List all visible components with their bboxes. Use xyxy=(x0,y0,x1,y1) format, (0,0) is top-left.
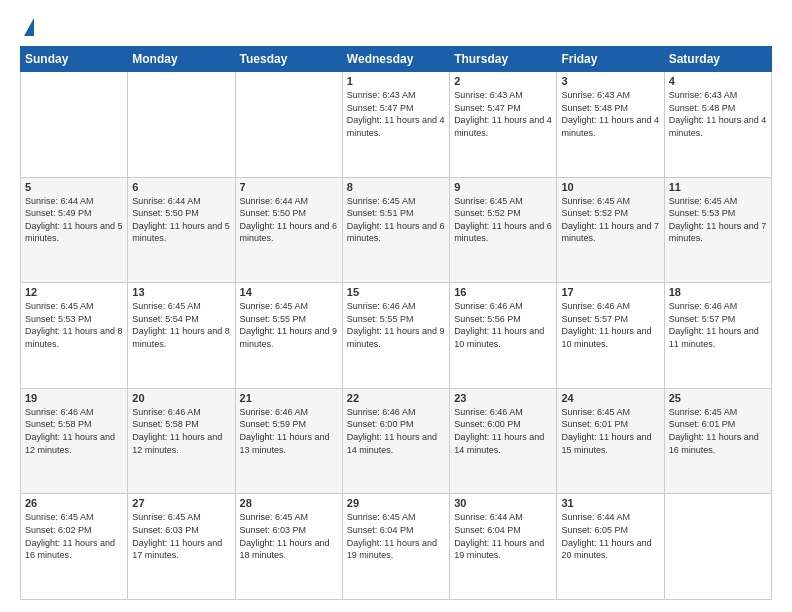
day-info: Sunrise: 6:44 AMSunset: 6:05 PMDaylight:… xyxy=(561,511,659,561)
calendar-cell: 13Sunrise: 6:45 AMSunset: 5:54 PMDayligh… xyxy=(128,283,235,389)
calendar-week-row: 12Sunrise: 6:45 AMSunset: 5:53 PMDayligh… xyxy=(21,283,772,389)
header xyxy=(20,16,772,36)
weekday-header-tuesday: Tuesday xyxy=(235,47,342,72)
calendar-cell: 10Sunrise: 6:45 AMSunset: 5:52 PMDayligh… xyxy=(557,177,664,283)
day-info: Sunrise: 6:45 AMSunset: 6:03 PMDaylight:… xyxy=(240,511,338,561)
day-number: 29 xyxy=(347,497,445,509)
calendar: SundayMondayTuesdayWednesdayThursdayFrid… xyxy=(20,46,772,600)
calendar-cell: 25Sunrise: 6:45 AMSunset: 6:01 PMDayligh… xyxy=(664,388,771,494)
day-number: 27 xyxy=(132,497,230,509)
calendar-cell: 31Sunrise: 6:44 AMSunset: 6:05 PMDayligh… xyxy=(557,494,664,600)
day-number: 24 xyxy=(561,392,659,404)
calendar-cell: 15Sunrise: 6:46 AMSunset: 5:55 PMDayligh… xyxy=(342,283,449,389)
day-info: Sunrise: 6:46 AMSunset: 5:59 PMDaylight:… xyxy=(240,406,338,456)
day-info: Sunrise: 6:43 AMSunset: 5:47 PMDaylight:… xyxy=(454,89,552,139)
calendar-cell: 5Sunrise: 6:44 AMSunset: 5:49 PMDaylight… xyxy=(21,177,128,283)
day-info: Sunrise: 6:45 AMSunset: 5:52 PMDaylight:… xyxy=(561,195,659,245)
day-number: 30 xyxy=(454,497,552,509)
calendar-cell: 14Sunrise: 6:45 AMSunset: 5:55 PMDayligh… xyxy=(235,283,342,389)
day-info: Sunrise: 6:44 AMSunset: 6:04 PMDaylight:… xyxy=(454,511,552,561)
day-info: Sunrise: 6:43 AMSunset: 5:48 PMDaylight:… xyxy=(561,89,659,139)
day-number: 11 xyxy=(669,181,767,193)
day-info: Sunrise: 6:46 AMSunset: 5:57 PMDaylight:… xyxy=(561,300,659,350)
calendar-cell: 9Sunrise: 6:45 AMSunset: 5:52 PMDaylight… xyxy=(450,177,557,283)
calendar-cell: 27Sunrise: 6:45 AMSunset: 6:03 PMDayligh… xyxy=(128,494,235,600)
day-number: 9 xyxy=(454,181,552,193)
day-number: 16 xyxy=(454,286,552,298)
weekday-header-row: SundayMondayTuesdayWednesdayThursdayFrid… xyxy=(21,47,772,72)
calendar-cell: 24Sunrise: 6:45 AMSunset: 6:01 PMDayligh… xyxy=(557,388,664,494)
day-info: Sunrise: 6:44 AMSunset: 5:50 PMDaylight:… xyxy=(240,195,338,245)
day-info: Sunrise: 6:45 AMSunset: 5:53 PMDaylight:… xyxy=(669,195,767,245)
day-info: Sunrise: 6:46 AMSunset: 5:58 PMDaylight:… xyxy=(25,406,123,456)
day-number: 17 xyxy=(561,286,659,298)
day-number: 3 xyxy=(561,75,659,87)
day-number: 22 xyxy=(347,392,445,404)
day-number: 15 xyxy=(347,286,445,298)
calendar-cell: 3Sunrise: 6:43 AMSunset: 5:48 PMDaylight… xyxy=(557,72,664,178)
day-number: 4 xyxy=(669,75,767,87)
day-info: Sunrise: 6:46 AMSunset: 6:00 PMDaylight:… xyxy=(347,406,445,456)
weekday-header-saturday: Saturday xyxy=(664,47,771,72)
day-number: 23 xyxy=(454,392,552,404)
day-info: Sunrise: 6:45 AMSunset: 6:01 PMDaylight:… xyxy=(561,406,659,456)
calendar-cell: 8Sunrise: 6:45 AMSunset: 5:51 PMDaylight… xyxy=(342,177,449,283)
calendar-week-row: 19Sunrise: 6:46 AMSunset: 5:58 PMDayligh… xyxy=(21,388,772,494)
day-info: Sunrise: 6:46 AMSunset: 5:55 PMDaylight:… xyxy=(347,300,445,350)
day-info: Sunrise: 6:45 AMSunset: 6:01 PMDaylight:… xyxy=(669,406,767,456)
day-number: 13 xyxy=(132,286,230,298)
day-number: 14 xyxy=(240,286,338,298)
day-info: Sunrise: 6:43 AMSunset: 5:47 PMDaylight:… xyxy=(347,89,445,139)
day-number: 12 xyxy=(25,286,123,298)
calendar-cell: 4Sunrise: 6:43 AMSunset: 5:48 PMDaylight… xyxy=(664,72,771,178)
calendar-cell: 12Sunrise: 6:45 AMSunset: 5:53 PMDayligh… xyxy=(21,283,128,389)
day-info: Sunrise: 6:45 AMSunset: 5:53 PMDaylight:… xyxy=(25,300,123,350)
calendar-cell: 7Sunrise: 6:44 AMSunset: 5:50 PMDaylight… xyxy=(235,177,342,283)
logo-triangle-icon xyxy=(24,18,34,36)
calendar-cell xyxy=(235,72,342,178)
page: SundayMondayTuesdayWednesdayThursdayFrid… xyxy=(0,0,792,612)
calendar-cell xyxy=(21,72,128,178)
day-number: 21 xyxy=(240,392,338,404)
day-info: Sunrise: 6:46 AMSunset: 6:00 PMDaylight:… xyxy=(454,406,552,456)
calendar-cell: 6Sunrise: 6:44 AMSunset: 5:50 PMDaylight… xyxy=(128,177,235,283)
day-number: 19 xyxy=(25,392,123,404)
day-info: Sunrise: 6:43 AMSunset: 5:48 PMDaylight:… xyxy=(669,89,767,139)
day-info: Sunrise: 6:45 AMSunset: 6:03 PMDaylight:… xyxy=(132,511,230,561)
day-number: 18 xyxy=(669,286,767,298)
calendar-cell: 29Sunrise: 6:45 AMSunset: 6:04 PMDayligh… xyxy=(342,494,449,600)
day-number: 1 xyxy=(347,75,445,87)
day-number: 26 xyxy=(25,497,123,509)
calendar-cell xyxy=(128,72,235,178)
day-info: Sunrise: 6:45 AMSunset: 6:02 PMDaylight:… xyxy=(25,511,123,561)
calendar-cell: 17Sunrise: 6:46 AMSunset: 5:57 PMDayligh… xyxy=(557,283,664,389)
weekday-header-sunday: Sunday xyxy=(21,47,128,72)
day-info: Sunrise: 6:45 AMSunset: 5:54 PMDaylight:… xyxy=(132,300,230,350)
day-number: 28 xyxy=(240,497,338,509)
calendar-cell: 23Sunrise: 6:46 AMSunset: 6:00 PMDayligh… xyxy=(450,388,557,494)
calendar-cell: 30Sunrise: 6:44 AMSunset: 6:04 PMDayligh… xyxy=(450,494,557,600)
calendar-cell: 11Sunrise: 6:45 AMSunset: 5:53 PMDayligh… xyxy=(664,177,771,283)
day-number: 31 xyxy=(561,497,659,509)
calendar-cell: 19Sunrise: 6:46 AMSunset: 5:58 PMDayligh… xyxy=(21,388,128,494)
day-number: 25 xyxy=(669,392,767,404)
day-number: 7 xyxy=(240,181,338,193)
calendar-cell: 16Sunrise: 6:46 AMSunset: 5:56 PMDayligh… xyxy=(450,283,557,389)
weekday-header-friday: Friday xyxy=(557,47,664,72)
calendar-cell: 18Sunrise: 6:46 AMSunset: 5:57 PMDayligh… xyxy=(664,283,771,389)
calendar-week-row: 26Sunrise: 6:45 AMSunset: 6:02 PMDayligh… xyxy=(21,494,772,600)
day-info: Sunrise: 6:46 AMSunset: 5:58 PMDaylight:… xyxy=(132,406,230,456)
day-number: 6 xyxy=(132,181,230,193)
day-number: 2 xyxy=(454,75,552,87)
logo xyxy=(20,16,34,36)
calendar-week-row: 5Sunrise: 6:44 AMSunset: 5:49 PMDaylight… xyxy=(21,177,772,283)
calendar-cell: 26Sunrise: 6:45 AMSunset: 6:02 PMDayligh… xyxy=(21,494,128,600)
day-info: Sunrise: 6:45 AMSunset: 6:04 PMDaylight:… xyxy=(347,511,445,561)
day-info: Sunrise: 6:44 AMSunset: 5:49 PMDaylight:… xyxy=(25,195,123,245)
calendar-cell: 28Sunrise: 6:45 AMSunset: 6:03 PMDayligh… xyxy=(235,494,342,600)
weekday-header-wednesday: Wednesday xyxy=(342,47,449,72)
day-info: Sunrise: 6:44 AMSunset: 5:50 PMDaylight:… xyxy=(132,195,230,245)
day-number: 8 xyxy=(347,181,445,193)
day-number: 5 xyxy=(25,181,123,193)
day-info: Sunrise: 6:45 AMSunset: 5:51 PMDaylight:… xyxy=(347,195,445,245)
